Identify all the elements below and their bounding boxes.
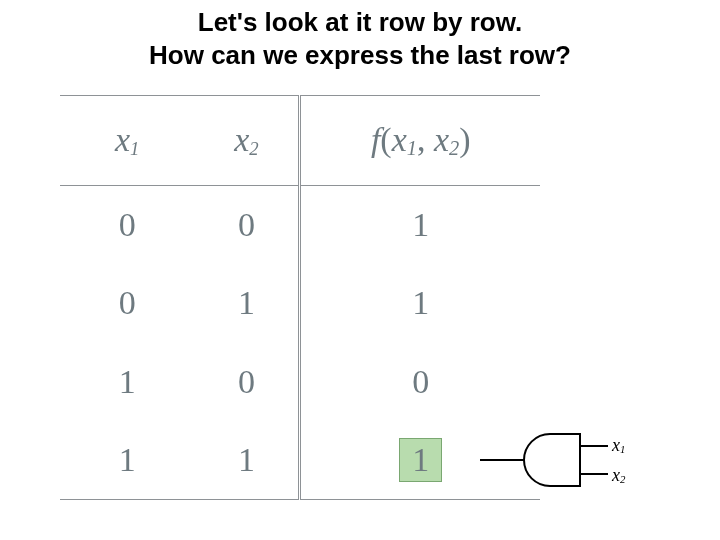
truth-table-header-row: x1 x2 f(x1, x2) <box>60 96 540 186</box>
col-header-f: f(x1, x2) <box>300 96 540 186</box>
heading-line-1: Let's look at it row by row. <box>198 7 522 37</box>
cell-x2: 0 <box>194 186 300 265</box>
cell-x1: 1 <box>60 343 194 422</box>
col-header-x2: x2 <box>194 96 300 186</box>
and-gate: x1 x2 <box>480 420 650 500</box>
cell-x2: 0 <box>194 343 300 422</box>
slide: Let's look at it row by row. How can we … <box>0 0 720 540</box>
cell-f: 1 <box>300 264 540 343</box>
cell-x1: 0 <box>60 264 194 343</box>
slide-heading: Let's look at it row by row. How can we … <box>0 0 720 71</box>
table-row: 0 0 1 <box>60 186 540 265</box>
cell-f: 0 <box>300 343 540 422</box>
truth-table-wrap: x1 x2 f(x1, x2) 0 0 1 <box>60 95 540 500</box>
truth-table: x1 x2 f(x1, x2) 0 0 1 <box>60 95 540 500</box>
cell-x2: 1 <box>194 421 300 500</box>
gate-input-1-label: x1 <box>612 435 625 456</box>
and-gate-icon <box>480 420 650 500</box>
table-row: 1 1 1 <box>60 421 540 500</box>
cell-x1: 0 <box>60 186 194 265</box>
col-header-x1: x1 <box>60 96 194 186</box>
cell-f: 1 <box>300 186 540 265</box>
cell-x1: 1 <box>60 421 194 500</box>
gate-input-2-label: x2 <box>612 465 625 486</box>
heading-line-2: How can we express the last row? <box>149 40 571 70</box>
table-row: 1 0 0 <box>60 343 540 422</box>
table-row: 0 1 1 <box>60 264 540 343</box>
cell-x2: 1 <box>194 264 300 343</box>
highlight-box: 1 <box>399 438 442 481</box>
